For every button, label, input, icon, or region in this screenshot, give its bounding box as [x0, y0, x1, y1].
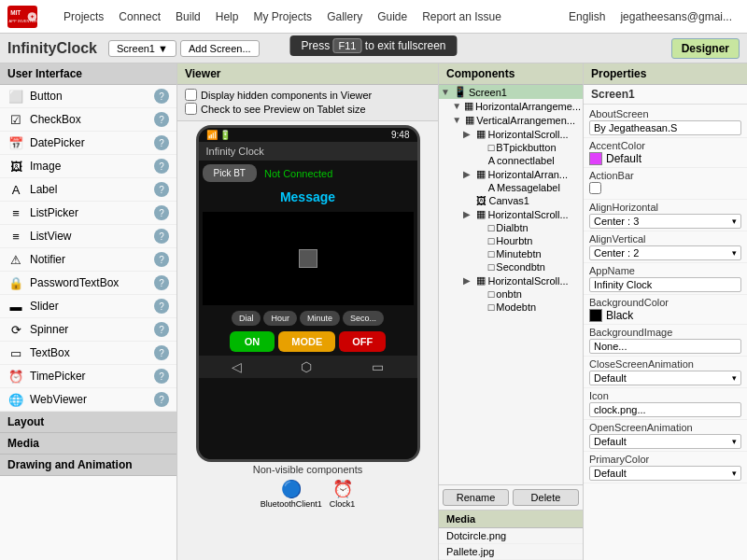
- prop-checkbox[interactable]: [589, 182, 601, 194]
- mode-button[interactable]: MODE: [278, 331, 335, 352]
- dial-btn-seco[interactable]: Seco...: [343, 311, 384, 326]
- nav-connect[interactable]: Connect: [111, 7, 168, 27]
- media-item[interactable]: Pallete.jpg: [439, 544, 583, 560]
- tree-toggle[interactable]: [475, 236, 486, 246]
- tree-toggle[interactable]: ▶: [463, 129, 474, 139]
- palette-help-icon[interactable]: ?: [154, 229, 169, 244]
- screen-selector-button[interactable]: Screen1 ▼: [108, 40, 176, 57]
- palette-item-listpicker[interactable]: ≡ ListPicker ?: [0, 202, 176, 225]
- nav-report[interactable]: Report an Issue: [415, 7, 509, 27]
- tree-item-canvas[interactable]: 🖼 Canvas1: [439, 194, 583, 207]
- hidden-components-checkbox[interactable]: [185, 89, 197, 101]
- tree-toggle[interactable]: ▼: [441, 87, 452, 97]
- tree-item-modebtn[interactable]: □ Modebtn: [439, 301, 583, 314]
- back-icon[interactable]: ◁: [232, 359, 242, 374]
- tree-toggle[interactable]: [475, 223, 486, 233]
- dial-btn-dial[interactable]: Dial: [232, 311, 261, 326]
- palette-drawing-header[interactable]: Drawing and Animation: [0, 455, 176, 476]
- on-button[interactable]: ON: [230, 331, 275, 352]
- palette-help-icon[interactable]: ?: [154, 252, 169, 267]
- tree-toggle[interactable]: [475, 289, 486, 300]
- palette-help-icon[interactable]: ?: [154, 159, 169, 174]
- palette-help-icon[interactable]: ?: [154, 89, 169, 104]
- palette-help-icon[interactable]: ?: [154, 392, 169, 407]
- nav-lang[interactable]: English: [561, 7, 613, 27]
- tree-toggle[interactable]: [475, 183, 486, 193]
- nav-my-projects[interactable]: My Projects: [246, 7, 319, 27]
- palette-item-spinner[interactable]: ⟳ Spinner ?: [0, 318, 176, 342]
- tree-item-hs1[interactable]: ▶ ▦ HorizontalScroll...: [439, 127, 583, 141]
- tree-item-onbtn[interactable]: □ onbtn: [439, 287, 583, 301]
- media-item[interactable]: Dotcircle.png: [439, 528, 583, 544]
- prop-dropdown[interactable]: Default: [589, 466, 741, 481]
- palette-item-button[interactable]: ⬜ Button ?: [0, 85, 176, 108]
- tree-item-secondbtn[interactable]: □ Secondbtn: [439, 260, 583, 273]
- tree-item-hourbtn[interactable]: □ Hourbtn: [439, 234, 583, 247]
- home-icon[interactable]: ⬡: [301, 359, 312, 374]
- palette-media-header[interactable]: Media: [0, 433, 176, 455]
- tablet-preview-checkbox[interactable]: [185, 103, 197, 115]
- palette-help-icon[interactable]: ?: [154, 369, 169, 384]
- tree-toggle[interactable]: [463, 196, 474, 206]
- prop-text[interactable]: None...: [589, 339, 741, 354]
- tree-toggle[interactable]: [475, 156, 486, 166]
- tree-toggle[interactable]: [475, 262, 486, 273]
- nav-build[interactable]: Build: [168, 7, 208, 27]
- palette-item-listview[interactable]: ≡ ListView ?: [0, 225, 176, 248]
- palette-item-label[interactable]: A Label ?: [0, 178, 176, 202]
- palette-help-icon[interactable]: ?: [154, 112, 169, 127]
- tree-item-hs3[interactable]: ▶ ▦ HorizontalScroll...: [439, 207, 583, 221]
- tree-toggle[interactable]: [475, 302, 486, 313]
- palette-item-image[interactable]: 🖼 Image ?: [0, 155, 176, 178]
- nav-user[interactable]: jegatheesans@gmai...: [613, 7, 740, 27]
- nav-guide[interactable]: Guide: [370, 7, 415, 27]
- prop-dropdown[interactable]: Center : 3: [589, 214, 741, 229]
- tree-item-minutebtn[interactable]: □ Minutebtn: [439, 247, 583, 260]
- designer-button[interactable]: Designer: [671, 38, 740, 59]
- nav-projects[interactable]: Projects: [56, 7, 111, 27]
- palette-item-notifier[interactable]: ⚠ Notifier ?: [0, 248, 176, 272]
- palette-item-slider[interactable]: ▬ Slider ?: [0, 295, 176, 318]
- prop-text[interactable]: clock.png...: [589, 402, 741, 417]
- dial-btn-hour[interactable]: Hour: [263, 311, 297, 326]
- tree-item-hs4[interactable]: ▶ ▦ HorizontalScroll...: [439, 273, 583, 287]
- palette-item-webviewer[interactable]: 🌐 WebViewer ?: [0, 388, 176, 412]
- palette-item-checkbox[interactable]: ☑ CheckBox ?: [0, 108, 176, 132]
- palette-item-timepicker[interactable]: ⏰ TimePicker ?: [0, 365, 176, 388]
- tree-item-dialbtn[interactable]: □ Dialbtn: [439, 221, 583, 234]
- tablet-preview-option[interactable]: Check to see Preview on Tablet size: [185, 103, 430, 115]
- tree-toggle[interactable]: [475, 143, 486, 153]
- tree-item-btpick[interactable]: □ BTpickbutton: [439, 141, 583, 154]
- color-swatch[interactable]: [589, 309, 602, 322]
- tree-item-hs2[interactable]: ▶ ▦ HorizontalArran...: [439, 167, 583, 181]
- tree-item-ha1[interactable]: ▼ ▦ HorizontalArrangeme...: [439, 99, 583, 113]
- tree-item-msglbl[interactable]: A Messagelabel: [439, 181, 583, 194]
- nav-gallery[interactable]: Gallery: [319, 7, 370, 27]
- palette-item-passwordtextbox[interactable]: 🔒 PasswordTextBox ?: [0, 272, 176, 295]
- palette-help-icon[interactable]: ?: [154, 182, 169, 197]
- palette-item-textbox[interactable]: ▭ TextBox ?: [0, 342, 176, 365]
- tree-toggle[interactable]: ▶: [463, 209, 474, 219]
- palette-help-icon[interactable]: ?: [154, 135, 169, 150]
- delete-button[interactable]: Delete: [513, 489, 579, 506]
- prop-dropdown[interactable]: Center : 2: [589, 245, 741, 260]
- recents-icon[interactable]: ▭: [372, 359, 384, 374]
- tree-toggle[interactable]: ▼: [452, 101, 462, 111]
- prop-dropdown[interactable]: Default: [589, 371, 741, 385]
- tree-item-va1[interactable]: ▼ ▦ VerticalArrangemen...: [439, 113, 583, 127]
- tree-toggle[interactable]: ▶: [463, 275, 474, 286]
- dial-btn-minute[interactable]: Minute: [300, 311, 340, 326]
- tree-toggle[interactable]: ▼: [452, 115, 463, 125]
- hidden-components-option[interactable]: Display hidden components in Viewer: [185, 89, 430, 101]
- pick-bt-button[interactable]: Pick BT: [203, 164, 257, 182]
- prop-textarea[interactable]: By Jegatheasan.S: [589, 120, 741, 135]
- palette-help-icon[interactable]: ?: [154, 322, 169, 337]
- palette-help-icon[interactable]: ?: [154, 299, 169, 314]
- prop-text[interactable]: Infinity Clock: [589, 277, 741, 292]
- palette-help-icon[interactable]: ?: [154, 205, 169, 220]
- color-swatch[interactable]: [589, 152, 602, 165]
- tree-item-connect[interactable]: A connectlabel: [439, 154, 583, 167]
- off-button[interactable]: OFF: [339, 331, 386, 352]
- palette-ui-header[interactable]: User Interface: [0, 63, 176, 85]
- palette-help-icon[interactable]: ?: [154, 345, 169, 360]
